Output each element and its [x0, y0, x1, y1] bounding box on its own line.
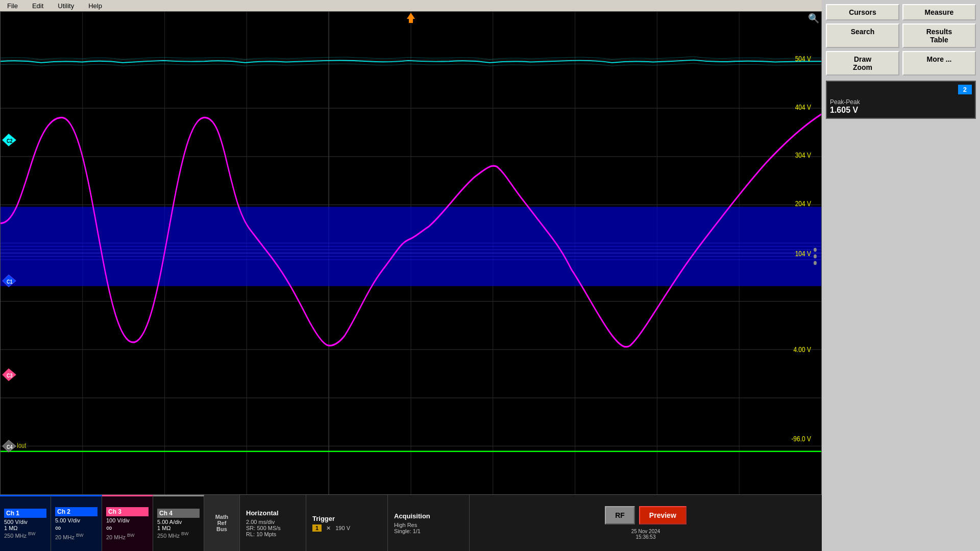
v-label-504: 504 V	[795, 54, 812, 63]
horizontal-title: Horizontal	[246, 509, 300, 517]
datetime: 25 Nov 2024 15:36:53	[631, 529, 660, 540]
menu-edit[interactable]: Edit	[25, 1, 51, 11]
search-cursor-icon: 🔍	[808, 13, 819, 24]
waveform-canvas: 504 V 404 V 304 V 204 V 104 V 4.00 V -96…	[1, 12, 821, 494]
ch1-bw: 250 MHz BW	[4, 531, 46, 539]
measure-button[interactable]: Measure	[902, 4, 976, 20]
measurement-value: 1.605 V	[830, 106, 972, 115]
svg-text:C4: C4	[7, 444, 13, 450]
ch1-impedance: 1 MΩ	[4, 525, 46, 531]
v-label-neg96: -96.0 V	[791, 434, 811, 443]
time-display: 15:36:53	[631, 534, 660, 540]
search-button[interactable]: Search	[826, 23, 899, 48]
menu-utility[interactable]: Utility	[51, 1, 81, 11]
svg-text:C3: C3	[7, 372, 13, 379]
ch3-symbol: ∞	[106, 523, 149, 533]
trigger-title: Trigger	[312, 515, 381, 522]
ch2-bw: 20 MHz BW	[55, 533, 97, 540]
horizontal-rl: RL: 10 Mpts	[246, 531, 300, 537]
v-label-104: 104 V	[795, 249, 812, 258]
trigger-arrow	[406, 12, 416, 24]
ch1-info[interactable]: Ch 1 500 V/div 1 MΩ 250 MHz BW	[0, 495, 51, 551]
horizontal-info: Horizontal 2.00 ms/div SR: 500 MS/s RL: …	[240, 495, 306, 551]
measurement-label: Peak-Peak	[830, 98, 972, 106]
ch2-symbol: ∞	[55, 523, 97, 533]
acquisition-info: Acquisition High Res Single: 1/1	[388, 495, 470, 551]
results-table-button[interactable]: Results Table	[902, 23, 976, 48]
ch1-header: Ch 1	[4, 509, 46, 518]
svg-point-35	[814, 261, 817, 265]
ch2-info[interactable]: Ch 2 5.00 V/div ∞ 20 MHz BW	[51, 495, 102, 551]
horizontal-rate: 2.00 ms/div	[246, 519, 300, 525]
svg-text:C1: C1	[7, 279, 13, 285]
draw-zoom-button[interactable]: Draw Zoom	[826, 51, 899, 76]
ch4-impedance: 1 MΩ	[157, 525, 200, 531]
ch3-info[interactable]: Ch 3 100 V/div ∞ 20 MHz BW	[102, 495, 153, 551]
trigger-badge: 1	[312, 524, 322, 532]
oscilloscope-display: 🔍	[0, 11, 822, 495]
acquisition-title: Acquisition	[394, 512, 463, 520]
svg-rect-5	[409, 19, 413, 23]
more-button[interactable]: More ...	[902, 51, 976, 76]
horizontal-sr: SR: 500 MS/s	[246, 525, 300, 531]
v-label-204: 204 V	[795, 198, 812, 208]
ch2-header: Ch 2	[55, 507, 97, 516]
svg-text:C2: C2	[7, 138, 13, 144]
v-label-304: 304 V	[795, 151, 812, 160]
v-label-4: 4.00 V	[793, 345, 811, 354]
ch4-info[interactable]: Ch 4 5.00 A/div 1 MΩ 250 MHz BW	[153, 495, 204, 551]
cursors-button[interactable]: Cursors	[826, 4, 899, 20]
trigger-value: 190 V	[335, 525, 350, 531]
math-ref-bus-button[interactable]: Math Ref Bus	[204, 495, 240, 551]
menu-help[interactable]: Help	[81, 1, 109, 11]
bottom-bar: Ch 1 500 V/div 1 MΩ 250 MHz BW Ch 2 5.00…	[0, 495, 822, 551]
ch3-bw: 20 MHz BW	[106, 533, 149, 540]
ch4-bw: 250 MHz BW	[157, 531, 200, 539]
acquisition-single: Single: 1/1	[394, 528, 463, 534]
svg-marker-4	[407, 13, 415, 19]
svg-point-33	[814, 248, 817, 252]
trigger-info: Trigger 1 ✕ 190 V	[306, 495, 388, 551]
iout-label: Iout	[17, 441, 27, 450]
acquisition-mode: High Res	[394, 522, 463, 528]
ch1-vdiv: 500 V/div	[4, 519, 46, 525]
date-display: 25 Nov 2024	[631, 529, 660, 534]
svg-point-34	[814, 255, 817, 259]
trigger-detail: 1 ✕ 190 V	[312, 524, 381, 532]
ch2-vdiv: 5.00 V/div	[55, 517, 97, 523]
rf-preview-area: RF Preview 25 Nov 2024 15:36:53	[470, 495, 822, 551]
menu-file[interactable]: File	[0, 1, 25, 11]
right-panel: Cursors Measure Search Results Table Dra…	[822, 0, 980, 551]
ch4-header: Ch 4	[157, 509, 200, 518]
trigger-symbol: ✕	[326, 525, 331, 531]
ch3-vdiv: 100 V/div	[106, 517, 149, 523]
rf-button[interactable]: RF	[605, 506, 635, 524]
preview-button[interactable]: Preview	[639, 506, 687, 524]
ch2-badge: 2	[958, 85, 972, 94]
v-label-404: 404 V	[795, 102, 812, 111]
ch3-header: Ch 3	[106, 507, 149, 516]
ch2-measurement-box: 2 Peak-Peak 1.605 V	[826, 81, 976, 119]
ch4-adiv: 5.00 A/div	[157, 519, 200, 525]
